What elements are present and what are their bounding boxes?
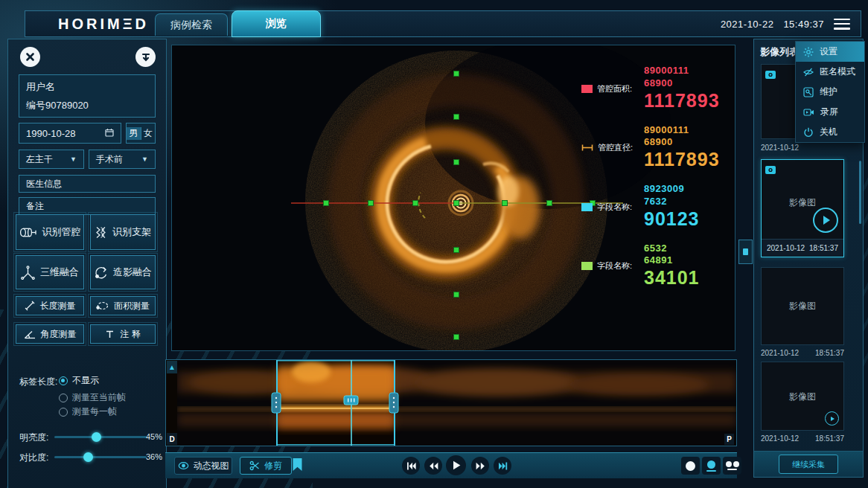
thumbnail-2-selected[interactable]: 影像图 2021-10-12 18:51:37 — [761, 159, 844, 257]
play-button[interactable] — [446, 455, 466, 475]
remark-field[interactable]: 备注 — [19, 197, 156, 215]
thumb-footer: 2021-10-12 18:51:37 — [762, 239, 843, 257]
radio-measure-every-frame[interactable]: 测量每一帧 — [59, 405, 117, 418]
area-measure-button[interactable]: 面积测量 — [90, 296, 156, 315]
bookmark-icon[interactable] — [292, 458, 303, 475]
legend-label: 字段名称: — [597, 260, 632, 272]
radio-label: 测量至当前帧 — [72, 391, 126, 404]
play-overlay-icon[interactable] — [813, 208, 838, 233]
view-mode-single[interactable] — [681, 457, 700, 475]
thumb-date: 2021-10-12 — [761, 144, 799, 152]
calendar-icon[interactable] — [105, 128, 114, 138]
menu-item-maintenance[interactable]: 维护 — [796, 82, 864, 102]
thumb-time: 18:51:37 — [815, 434, 844, 443]
area-icon — [96, 301, 109, 311]
skip-to-end-button[interactable] — [494, 457, 511, 475]
field-2-swatch — [581, 262, 593, 270]
gender-female-option[interactable]: 女 — [141, 127, 156, 140]
legend-label: 字段名称: — [597, 202, 632, 213]
menu-item-anonymous-mode[interactable]: 匿名模式 — [796, 62, 864, 82]
tool-label: 三维融合 — [40, 266, 79, 279]
handle-icon — [743, 248, 748, 255]
stage-select[interactable]: 手术前 ▼ — [89, 150, 156, 169]
view-mode-dual[interactable] — [723, 457, 741, 475]
vessel-select[interactable]: 左主干 ▼ — [19, 150, 84, 169]
camera-icon — [765, 164, 776, 177]
longitudinal-view[interactable] — [177, 360, 736, 446]
timeline-collapse-icon[interactable]: ▲ — [167, 361, 177, 373]
rewind-button[interactable] — [424, 457, 442, 475]
tab-case-search[interactable]: 病例检索 — [155, 13, 228, 36]
right-panel-collapse-handle[interactable] — [738, 240, 753, 264]
length-measure-button[interactable]: 长度测量 — [16, 296, 84, 315]
legend-field-2: 字段名称: 65326489134101 — [581, 243, 730, 289]
stent-icon — [95, 226, 107, 239]
fast-forward-button[interactable] — [471, 457, 489, 475]
patient-info-box[interactable]: 用户名 编号90789020 — [19, 74, 156, 118]
thumbnail-4[interactable]: 影像图 — [761, 362, 844, 431]
trim-button[interactable]: 修剪 — [240, 457, 292, 475]
annotate-button[interactable]: 注 释 — [90, 324, 156, 344]
continue-acquisition-button[interactable]: 继续采集 — [779, 455, 838, 474]
radio-icon[interactable] — [59, 394, 68, 402]
angio-fusion-button[interactable]: 造影融合 — [90, 255, 156, 289]
thumb-title: 影像图 — [762, 196, 843, 209]
angle-measure-button[interactable]: 角度测量 — [16, 324, 84, 344]
username-field[interactable]: 用户名 — [26, 80, 55, 94]
skip-to-start-button[interactable] — [402, 457, 420, 475]
tool-label: 识别管腔 — [42, 225, 81, 239]
eye-off-icon — [803, 67, 814, 77]
3d-axis-icon — [21, 266, 35, 280]
menu-item-settings[interactable]: 设置 — [796, 42, 864, 62]
brightness-knob[interactable] — [92, 432, 101, 442]
menu-item-screen-record[interactable]: 录屏 — [796, 102, 864, 122]
menu-label: 匿名模式 — [820, 65, 855, 78]
power-icon — [803, 127, 814, 138]
top-bar: HORIMΞD 病例检索 浏览 2021-10-22 15:49:37 — [25, 10, 861, 37]
contrast-track[interactable] — [54, 456, 147, 458]
fusion-3d-button[interactable]: 三维融合 — [16, 255, 84, 289]
thumb-title: 影像图 — [762, 391, 843, 403]
chevron-down-icon: ▼ — [70, 155, 77, 163]
detect-stent-button[interactable]: 识别支架 — [90, 214, 156, 250]
date-display: 2021-10-22 — [721, 19, 774, 30]
thumb-title: 影像图 — [762, 300, 843, 312]
transport-bar: 动态视图 修剪 — [165, 452, 737, 478]
thumb-time: 18:51:37 — [815, 349, 844, 357]
wrench-icon — [803, 87, 814, 97]
thumbnail-4-caption: 2021-10-12 18:51:37 — [761, 434, 844, 443]
lumen-icon — [19, 227, 37, 238]
legend-lumen-diameter: 管腔直径: 89000111689001117893 — [581, 124, 730, 171]
birth-date-field[interactable]: 1990-10-28 — [19, 123, 121, 144]
tool-label: 面积测量 — [114, 300, 150, 312]
brightness-track[interactable] — [54, 436, 147, 438]
contrast-knob[interactable] — [83, 452, 93, 462]
time-display: 15:49:37 — [783, 19, 824, 30]
underline — [706, 470, 716, 472]
patient-id-field[interactable]: 编号90789020 — [26, 99, 89, 112]
trim-label: 修剪 — [264, 460, 282, 472]
menu-label: 维护 — [820, 86, 837, 98]
tool-label: 造影融合 — [113, 266, 152, 279]
app-root: HORIMΞD 病例检索 浏览 2021-10-22 15:49:37 用户名 … — [0, 0, 868, 488]
thumbnail-3[interactable]: 影像图 — [761, 267, 844, 345]
menu-item-shutdown[interactable]: 关机 — [796, 122, 864, 142]
hamburger-menu-icon[interactable] — [834, 19, 850, 30]
close-icon[interactable] — [20, 47, 40, 67]
gender-male-option[interactable]: 男 — [127, 127, 141, 140]
radio-measure-to-current[interactable]: 测量至当前帧 — [59, 391, 126, 404]
view-mode-single-longitudinal[interactable] — [702, 457, 721, 475]
dynamic-view-button[interactable]: 动态视图 — [174, 457, 232, 475]
play-small-icon[interactable] — [825, 411, 839, 426]
import-icon[interactable] — [135, 47, 156, 67]
detect-lumen-button[interactable]: 识别管腔 — [16, 214, 84, 250]
system-dropdown-menu: 设置 匿名模式 维护 录屏 关机 — [795, 41, 865, 143]
radio-no-display[interactable]: 不显示 — [59, 374, 99, 387]
radio-icon[interactable] — [59, 408, 68, 417]
clock: 2021-10-22 15:49:37 — [721, 19, 861, 30]
label-length-title: 标签长度: — [19, 376, 57, 388]
image-list-scrollbar[interactable] — [859, 161, 861, 224]
radio-icon[interactable] — [59, 376, 68, 385]
tab-browse[interactable]: 浏览 — [232, 10, 321, 37]
doctor-info-field[interactable]: 医生信息 — [19, 175, 156, 193]
